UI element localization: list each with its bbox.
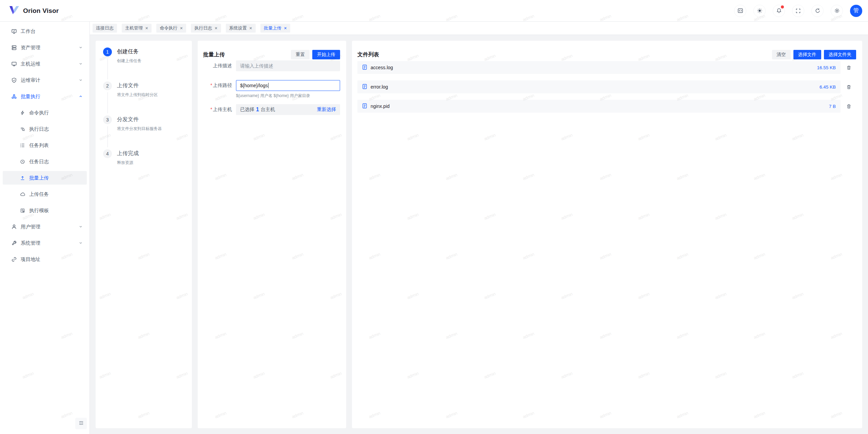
upload-path-helper: ${username} 用户名 ${home} 用户家目录 bbox=[236, 93, 340, 99]
tab-label: 命令执行 bbox=[160, 25, 177, 31]
select-folder-button[interactable]: 选择文件夹 bbox=[824, 50, 856, 59]
chevron-up-icon bbox=[79, 94, 83, 98]
brand-name: Orion Visor bbox=[23, 7, 59, 15]
upload-path-input[interactable]: ${home}/logs bbox=[236, 80, 340, 91]
settings-icon[interactable] bbox=[831, 5, 843, 17]
sidebar-item-upload-task[interactable]: 上传任务 bbox=[3, 187, 87, 201]
sidebar-item-batch-upload[interactable]: 批量上传 bbox=[3, 171, 87, 185]
sidebar-item-label: 用户管理 bbox=[21, 224, 40, 230]
upload-description-input[interactable] bbox=[236, 60, 340, 71]
step-title: 上传文件 bbox=[117, 82, 158, 89]
tab-host-mgmt[interactable]: 主机管理 ✕ bbox=[122, 24, 152, 33]
tab-close-icon[interactable]: ✕ bbox=[284, 26, 287, 30]
file-line: nginx.pid 7 B bbox=[357, 100, 857, 113]
delete-file-button[interactable] bbox=[841, 65, 857, 70]
notification-icon[interactable] bbox=[773, 5, 785, 17]
step-connector bbox=[107, 126, 108, 147]
batch-exec-icon bbox=[11, 94, 17, 99]
tab-close-icon[interactable]: ✕ bbox=[180, 26, 183, 30]
sidebar-item-label: 批量执行 bbox=[21, 93, 40, 100]
sidebar-item-label: 上传任务 bbox=[29, 191, 49, 197]
panel-title: 文件列表 bbox=[357, 51, 379, 58]
file-size: 7 B bbox=[829, 104, 836, 109]
reselect-hosts-link[interactable]: 重新选择 bbox=[317, 107, 336, 113]
file-row[interactable]: nginx.pid 7 B bbox=[357, 100, 841, 113]
chevron-down-icon bbox=[79, 78, 83, 82]
fullscreen-icon[interactable] bbox=[792, 5, 804, 17]
tab-command-exec[interactable]: 命令执行 ✕ bbox=[156, 24, 186, 33]
tab-connection-log[interactable]: 连接日志 bbox=[93, 24, 117, 33]
step-desc: 释放资源 bbox=[117, 160, 139, 166]
menu-fold-icon bbox=[79, 420, 84, 427]
chevron-down-icon bbox=[79, 241, 83, 245]
refresh-icon[interactable] bbox=[811, 5, 824, 17]
app-header: Orion Visor bbox=[0, 0, 868, 22]
sidebar-item-label: 批量上传 bbox=[29, 175, 49, 181]
code-icon[interactable] bbox=[734, 5, 746, 17]
tab-batch-upload[interactable]: 批量上传 ✕ bbox=[260, 24, 290, 33]
step-desc: 将文件上传到临时分区 bbox=[117, 92, 158, 98]
sidebar-item-task-log[interactable]: 任务日志 bbox=[3, 155, 87, 168]
steps-panel: 1 创建任务 创建上传任务 2 上传文件 将文件上传到临时分区 3 bbox=[96, 41, 192, 428]
upload-form-panel: 批量上传 重置 开始上传 上传描述 *上传路径 ${home}/logs bbox=[198, 41, 346, 428]
sidebar-item-exec-template[interactable]: 执行模板 bbox=[3, 204, 87, 217]
avatar[interactable]: 管 bbox=[850, 5, 862, 17]
step-number: 2 bbox=[103, 81, 112, 90]
tab-exec-log[interactable]: 执行日志 ✕ bbox=[191, 24, 221, 33]
sidebar-item-label: 资产管理 bbox=[21, 44, 40, 51]
task-list-icon bbox=[19, 143, 25, 148]
tab-close-icon[interactable]: ✕ bbox=[249, 26, 252, 30]
file-size: 16.55 KB bbox=[817, 65, 836, 70]
file-name: error.log bbox=[371, 84, 388, 90]
start-upload-button[interactable]: 开始上传 bbox=[312, 50, 340, 59]
step-upload-files: 2 上传文件 将文件上传到临时分区 bbox=[103, 81, 186, 115]
file-row[interactable]: error.log 6.45 KB bbox=[357, 80, 841, 93]
step-number: 1 bbox=[103, 48, 112, 56]
clear-files-button[interactable]: 清空 bbox=[772, 50, 791, 59]
exec-template-icon bbox=[19, 208, 25, 213]
sidebar-item-audit[interactable]: 运维审计 bbox=[3, 73, 87, 87]
step-upload-complete: 4 上传完成 释放资源 bbox=[103, 149, 186, 183]
tab-close-icon[interactable]: ✕ bbox=[145, 26, 148, 30]
sidebar-item-label: 项目地址 bbox=[21, 256, 40, 263]
chevron-down-icon bbox=[79, 45, 83, 50]
tab-system-settings[interactable]: 系统设置 ✕ bbox=[226, 24, 256, 33]
delete-file-button[interactable] bbox=[841, 84, 857, 90]
sidebar-item-exec-log[interactable]: 执行日志 bbox=[3, 122, 87, 136]
sidebar-item-label: 执行模板 bbox=[29, 207, 49, 214]
sidebar-item-project-link[interactable]: 项目地址 bbox=[3, 252, 87, 266]
sidebar-item-label: 主机运维 bbox=[21, 61, 40, 67]
sidebar-item-workbench[interactable]: 工作台 bbox=[3, 24, 87, 38]
sidebar-item-system-mgmt[interactable]: 系统管理 bbox=[3, 236, 87, 250]
step-desc: 将文件分发到目标服务器 bbox=[117, 126, 162, 132]
delete-file-button[interactable] bbox=[841, 104, 857, 109]
step-desc: 创建上传任务 bbox=[117, 58, 141, 64]
sidebar-item-host-ops[interactable]: 主机运维 bbox=[3, 57, 87, 71]
file-list-panel: 文件列表 清空 选择文件 选择文件夹 access.log 16.55 KB bbox=[352, 41, 862, 428]
panel-title: 批量上传 bbox=[203, 51, 225, 58]
step-title: 分发文件 bbox=[117, 116, 162, 123]
batch-upload-icon bbox=[19, 175, 25, 181]
sidebar-item-user-mgmt[interactable]: 用户管理 bbox=[3, 220, 87, 233]
theme-icon[interactable] bbox=[753, 5, 766, 17]
sidebar-collapse-button[interactable] bbox=[75, 418, 87, 429]
sidebar-item-command-exec[interactable]: 命令执行 bbox=[3, 106, 87, 119]
system-mgmt-icon bbox=[11, 240, 17, 246]
chevron-down-icon bbox=[79, 62, 83, 66]
file-icon bbox=[362, 84, 367, 90]
upload-path-label: *上传路径 bbox=[203, 80, 232, 99]
sidebar-item-label: 命令执行 bbox=[29, 110, 49, 116]
select-files-button[interactable]: 选择文件 bbox=[793, 50, 821, 59]
sidebar-item-assets[interactable]: 资产管理 bbox=[3, 41, 87, 54]
sidebar-item-task-list[interactable]: 任务列表 bbox=[3, 138, 87, 152]
trash-icon bbox=[846, 104, 851, 109]
text-caret bbox=[268, 83, 269, 88]
file-line: access.log 16.55 KB bbox=[357, 61, 857, 74]
file-row[interactable]: access.log 16.55 KB bbox=[357, 61, 841, 74]
tab-close-icon[interactable]: ✕ bbox=[214, 26, 217, 30]
sidebar-item-label: 任务日志 bbox=[29, 158, 49, 165]
step-number: 3 bbox=[103, 115, 112, 124]
reset-button[interactable]: 重置 bbox=[291, 50, 310, 59]
audit-icon bbox=[11, 77, 17, 83]
sidebar-item-batch-exec[interactable]: 批量执行 bbox=[3, 90, 87, 103]
